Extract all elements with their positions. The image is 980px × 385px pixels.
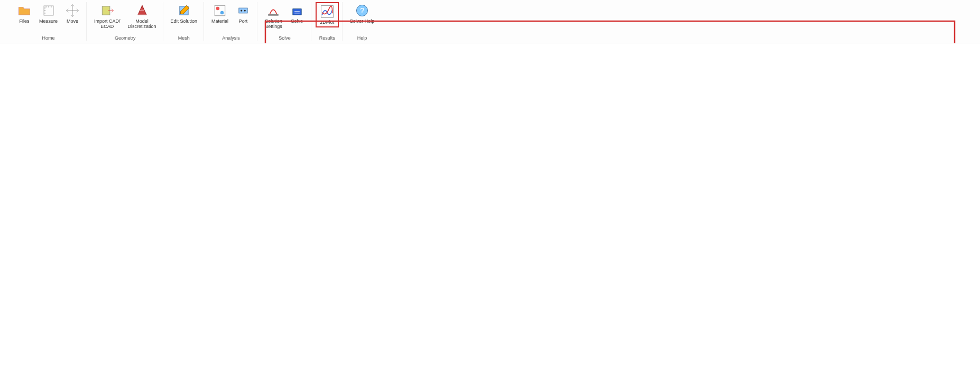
- svg-rect-10: [293, 9, 301, 15]
- import-icon: [100, 3, 115, 18]
- ribbon-group-label: Results: [319, 35, 335, 41]
- discretize-icon: [135, 3, 150, 18]
- ribbon-group-label: Geometry: [115, 35, 136, 41]
- files-button[interactable]: Files: [14, 2, 35, 25]
- svg-text:?: ?: [360, 6, 364, 15]
- svg-point-5: [220, 11, 224, 15]
- ribbon-group-label: Home: [42, 35, 55, 41]
- edit-icon: [177, 3, 191, 18]
- solver-help-button[interactable]: ?Solver Help: [347, 2, 378, 25]
- move-icon: [65, 3, 80, 18]
- svg-point-4: [216, 7, 220, 11]
- svg-point-7: [241, 10, 242, 11]
- material-icon: [212, 3, 227, 18]
- help-icon: ?: [355, 3, 369, 18]
- solution-settings-button[interactable]: Solution Settings: [262, 2, 285, 31]
- port-icon: [236, 3, 251, 18]
- solve-button[interactable]: Solve: [286, 2, 308, 31]
- ribbon-group-label: Analysis: [222, 35, 240, 41]
- import-cad-ecad-button[interactable]: Import CAD/ ECAD: [91, 2, 124, 31]
- folder-icon: [17, 3, 32, 18]
- ruler-icon: [41, 3, 56, 18]
- -dplot-button[interactable]: 2DPlot: [316, 2, 339, 27]
- ribbon-group-label: Solve: [279, 35, 291, 41]
- plot2d-icon: [320, 4, 335, 19]
- ribbon-toolbar: FilesMeasureMoveHomeImport CAD/ ECADMode…: [0, 0, 980, 43]
- measure-button[interactable]: Measure: [36, 2, 61, 25]
- model-discretization-button[interactable]: Model Discretization: [125, 2, 160, 31]
- edit-solution-button[interactable]: Edit Solution: [168, 2, 201, 25]
- settings-icon: [266, 3, 281, 18]
- material-button[interactable]: Material: [208, 2, 232, 25]
- svg-point-8: [244, 10, 246, 11]
- svg-rect-6: [239, 8, 247, 13]
- port-button[interactable]: Port: [233, 2, 254, 25]
- svg-rect-9: [269, 14, 279, 16]
- svg-rect-3: [215, 5, 225, 16]
- solve-icon: [290, 3, 304, 18]
- ribbon-group-label: Mesh: [178, 35, 190, 41]
- ribbon-group-label: Help: [357, 35, 367, 41]
- move-button[interactable]: Move: [62, 2, 83, 25]
